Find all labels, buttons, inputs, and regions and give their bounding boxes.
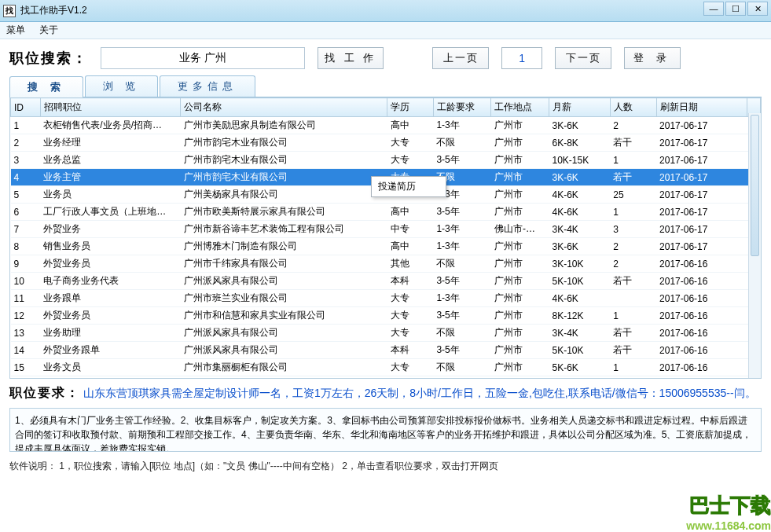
col-header[interactable]: 刷新日期 [656, 98, 747, 117]
table-row[interactable]: 16业务跟单广州市至盛冠美家具有限公司高中不限佛山市3K-6K42017-06-… [11, 376, 761, 380]
col-header[interactable]: 学历 [387, 98, 434, 117]
table-row[interactable]: 11业务跟单广州市班兰实业有限公司大专1-3年广州市4K-6K2017-06-1… [11, 290, 761, 307]
table-row[interactable]: 3业务总监广州市韵宅木业有限公司大专3-5年广州市10K-15K12017-06… [11, 152, 761, 169]
context-menu-submit-resume[interactable]: 投递简历 [372, 177, 446, 196]
menubar: 菜单 关于 [0, 22, 771, 39]
login-button[interactable]: 登 录 [624, 47, 681, 69]
table-row[interactable]: 14外贸业务跟单广州派风家具有限公司本科3-5年广州市5K-10K若干2017-… [11, 342, 761, 359]
tab-more[interactable]: 更多信息 [160, 75, 255, 97]
page-number-input[interactable] [501, 47, 542, 69]
table-row[interactable]: 7外贸业务广州市新谷谛丰艺术装饰工程有限公司中专1-3年佛山市-…3K-4K32… [11, 221, 761, 238]
table-row[interactable]: 10电子商务业务代表广州派风家具有限公司本科3-5年广州市5K-10K若干201… [11, 273, 761, 290]
table-row[interactable]: 6工厂行政人事文员（上班地…广州市欧美斯特展示家具有限公司高中3-5年广州市4K… [11, 204, 761, 221]
table-row[interactable]: 9外贸业务员广州市千纬家具有限公司其他不限广州市3K-10K22017-06-1… [11, 255, 761, 273]
find-job-button[interactable]: 找 工 作 [318, 47, 384, 69]
tab-browse[interactable]: 浏 览 [85, 75, 159, 97]
col-header[interactable]: 工作地点 [491, 98, 549, 117]
menu-item-main[interactable]: 菜单 [6, 24, 25, 37]
watermark: 巴士下载 www.11684.com [686, 492, 771, 532]
scrollbar-thumb[interactable] [751, 115, 759, 256]
requirement-row: 职位要求： 山东东营顶琪家具需全屋定制设计师一名，工资1万左右，26天制，8小时… [9, 385, 762, 402]
window-title: 找工作助手V1.2 [20, 4, 87, 17]
col-header[interactable]: 工龄要求 [433, 98, 491, 117]
results-table-wrap: ID招聘职位公司名称学历工龄要求工作地点月薪人数刷新日期 1衣柜销售代表/业务员… [9, 97, 762, 379]
close-button[interactable]: ✕ [747, 2, 768, 16]
table-row[interactable]: 8销售业务员广州博雅木门制造有限公司高中1-3年广州市3K-6K22017-06… [11, 238, 761, 255]
search-row: 职位搜索： 找 工 作 上一页 下一页 登 录 [9, 47, 762, 69]
requirement-text: 山东东营顶琪家具需全屋定制设计师一名，工资1万左右，26天制，8小时/工作日，五… [83, 387, 756, 399]
table-row[interactable]: 1衣柜销售代表/业务员/招商…广州市美励思家具制造有限公司高中1-3年广州市3K… [11, 117, 761, 134]
context-menu: 投递简历 [371, 176, 446, 197]
col-header[interactable]: 招聘职位 [40, 98, 181, 117]
search-input[interactable] [101, 47, 305, 69]
bottom-help: 软件说明： 1，职位搜索，请输入[职位 地点]（如："文员 佛山"----中间有… [9, 460, 762, 473]
search-label: 职位搜索： [9, 49, 88, 68]
table-scrollbar[interactable] [748, 113, 761, 378]
minimize-button[interactable]: — [703, 2, 724, 16]
titlebar: 找 找工作助手V1.2 — ☐ ✕ [0, 0, 771, 22]
menu-item-about[interactable]: 关于 [39, 24, 58, 37]
description-box: 1、必须具有木门厂业务主管工作经验。2、收集目标客户，制定攻关方案。3、拿回标书… [9, 408, 762, 452]
table-row[interactable]: 15业务文员广州市集丽橱柜有限公司大专不限广州市5K-6K12017-06-16 [11, 359, 761, 376]
watermark-cn: 巴士下载 [686, 492, 771, 519]
description-text: 1、必须具有木门厂业务主管工作经验。2、收集目标客户，制定攻关方案。3、拿回标书… [15, 415, 751, 452]
col-header[interactable]: 月薪 [549, 98, 610, 117]
table-row[interactable]: 12外贸业务员广州市和信慧和家具实业有限公司大专3-5年广州市8K-12K120… [11, 307, 761, 325]
table-row[interactable]: 13业务助理广州派风家具有限公司大专不限广州市3K-4K若干2017-06-16 [11, 325, 761, 342]
watermark-url: www.11684.com [686, 519, 771, 532]
tab-search[interactable]: 搜 索 [9, 76, 83, 97]
results-table[interactable]: ID招聘职位公司名称学历工龄要求工作地点月薪人数刷新日期 1衣柜销售代表/业务员… [10, 97, 761, 379]
app-icon: 找 [3, 5, 16, 17]
table-row[interactable]: 2业务经理广州市韵宅木业有限公司大专不限广州市6K-8K若干2017-06-17 [11, 134, 761, 152]
prev-page-button[interactable]: 上一页 [432, 47, 489, 69]
col-header[interactable]: 公司名称 [181, 98, 387, 117]
col-header[interactable]: ID [11, 98, 41, 117]
requirement-label: 职位要求： [9, 386, 80, 399]
col-header[interactable]: 人数 [610, 98, 656, 117]
next-page-button[interactable]: 下一页 [555, 47, 611, 69]
maximize-button[interactable]: ☐ [725, 2, 746, 16]
tab-strip: 搜 索 浏 览 更多信息 [9, 75, 762, 97]
